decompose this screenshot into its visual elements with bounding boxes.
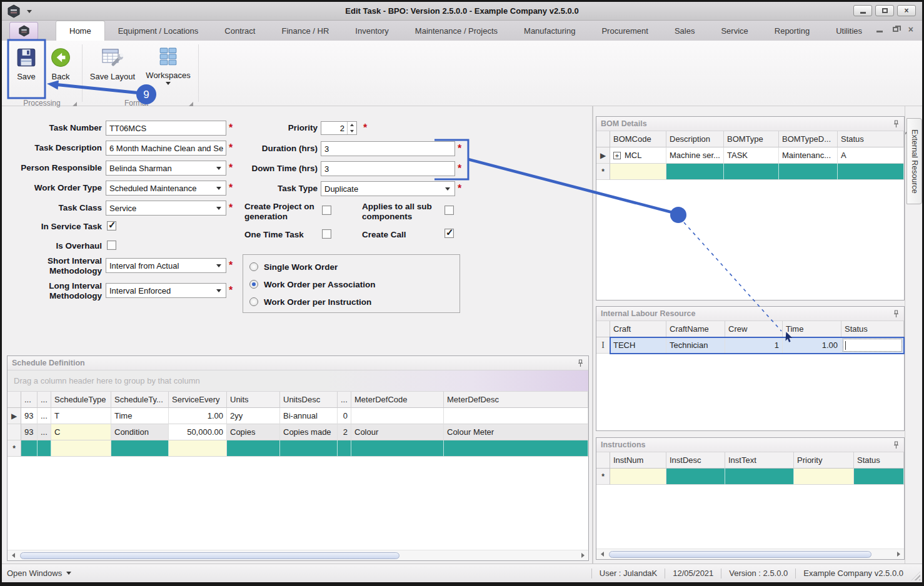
column-header-meterdefdesc[interactable]: MeterDefDesc (444, 392, 588, 408)
cell-bomtype[interactable]: TASK (724, 147, 779, 164)
schedule-new-row[interactable]: * (8, 440, 588, 457)
scroll-right-icon[interactable] (893, 552, 904, 557)
cell-c[interactable]: 0 (338, 408, 351, 424)
task-type-combo[interactable]: Duplicate (321, 181, 455, 196)
task-description-input[interactable]: 6 Month Machine Clean and Se (106, 141, 226, 156)
work-order-per-association-option[interactable]: Work Order per Association (243, 276, 459, 293)
column-header-status[interactable]: Status (854, 452, 904, 469)
ribbon-close-icon[interactable]: × (908, 26, 913, 32)
column-header-priority[interactable]: Priority (794, 452, 854, 469)
radio-icon[interactable] (249, 297, 258, 306)
scroll-thumb[interactable] (609, 551, 871, 558)
spin-up-icon[interactable] (348, 122, 356, 128)
open-windows-button[interactable]: Open Windows (7, 569, 71, 578)
column-header-scheduletydesc[interactable]: ScheduleTy... (111, 392, 169, 408)
new-cell[interactable] (227, 440, 280, 457)
group-by-bar[interactable]: Drag a column header here to group by th… (8, 370, 588, 392)
new-cell[interactable] (111, 440, 169, 457)
cell-unitsdesc[interactable]: Bi-annual (280, 408, 338, 424)
new-cell[interactable] (794, 469, 854, 485)
cell-time[interactable]: 1.00 (783, 337, 841, 354)
tab-home[interactable]: Home (56, 21, 105, 41)
close-button[interactable]: × (897, 5, 916, 16)
cell-b[interactable]: ... (38, 408, 51, 424)
cell-scheduletype[interactable]: T (51, 408, 111, 424)
tab-contract[interactable]: Contract (211, 21, 268, 41)
new-cell[interactable] (21, 440, 38, 457)
new-cell[interactable] (610, 164, 666, 180)
column-header-units[interactable]: Units (227, 392, 280, 408)
new-cell[interactable] (338, 440, 351, 457)
radio-icon[interactable] (249, 262, 258, 271)
create-call-checkbox[interactable] (444, 229, 454, 238)
radio-selected-icon[interactable] (249, 280, 258, 289)
cell-meterdefdesc[interactable] (444, 408, 588, 424)
cell-units[interactable]: 2yy (227, 408, 280, 424)
tab-procurement[interactable]: Procurement (588, 21, 661, 41)
task-class-combo[interactable]: Service (106, 201, 226, 216)
dialog-launcher-icon[interactable] (189, 102, 193, 106)
cell-craft[interactable]: TECH (610, 337, 666, 354)
is-overhaul-checkbox[interactable] (107, 241, 116, 250)
cell-status[interactable]: A (838, 147, 904, 164)
cell-a[interactable]: 93 (21, 424, 38, 440)
work-order-per-instruction-option[interactable]: Work Order per Instruction (243, 293, 459, 310)
column-header-status[interactable]: Status (841, 321, 904, 337)
new-cell[interactable] (854, 469, 904, 485)
minimize-button[interactable] (853, 5, 872, 16)
new-cell[interactable] (444, 440, 588, 457)
down-time-input[interactable]: 3 (321, 161, 455, 176)
cell-b[interactable]: ... (38, 424, 51, 440)
status-edit-box[interactable] (843, 339, 902, 352)
cell-description[interactable]: Machine ser... (666, 147, 724, 164)
dock-splitter[interactable] (592, 106, 593, 567)
column-header-c[interactable]: ... (338, 392, 351, 408)
save-button[interactable]: Save (9, 44, 43, 97)
tab-service[interactable]: Service (708, 21, 761, 41)
cell-bomcode[interactable]: + MCL (610, 147, 666, 164)
back-button[interactable]: Back (46, 44, 76, 97)
cell-units[interactable]: Copies (227, 424, 280, 440)
column-header-description[interactable]: Description (666, 131, 724, 147)
scroll-right-icon[interactable] (577, 553, 588, 558)
cell-scheduletype[interactable]: C (51, 424, 111, 440)
column-header-craft[interactable]: Craft (610, 321, 666, 337)
scroll-thumb[interactable] (20, 552, 399, 559)
cell-unitsdesc[interactable]: Copies made (280, 424, 338, 440)
in-service-task-checkbox[interactable] (107, 221, 116, 231)
cell-serviceevery[interactable]: 50,000.00 (169, 424, 227, 440)
instructions-new-row[interactable]: * (596, 469, 904, 485)
pin-icon[interactable] (893, 310, 900, 318)
new-cell[interactable] (666, 164, 724, 180)
scroll-left-icon[interactable] (8, 553, 19, 558)
one-time-task-checkbox[interactable] (322, 229, 331, 239)
spin-down-icon[interactable] (348, 128, 356, 134)
single-work-order-option[interactable]: Single Work Order (243, 258, 459, 276)
new-cell[interactable] (610, 469, 666, 485)
cell-crew[interactable]: 1 (725, 337, 783, 354)
schedule-row-1[interactable]: ▶ 93 ... T Time 1.00 2yy Bi-annual 0 (8, 408, 588, 424)
save-layout-button[interactable]: Save Layout (88, 44, 137, 97)
priority-spinner[interactable]: 2 (321, 121, 357, 135)
column-header-craftname[interactable]: CraftName (666, 321, 725, 337)
bom-new-row[interactable]: * (596, 164, 904, 180)
column-header-bomtype[interactable]: BOMType (724, 131, 779, 147)
column-header-bomcode[interactable]: BOMCode (610, 131, 666, 147)
tab-sales[interactable]: Sales (661, 21, 708, 41)
new-cell[interactable] (169, 440, 227, 457)
pin-icon[interactable] (893, 441, 900, 449)
tab-manufacturing[interactable]: Manufacturing (511, 21, 588, 41)
dialog-launcher-icon[interactable] (73, 102, 77, 106)
scroll-track[interactable] (608, 549, 893, 559)
work-order-type-combo[interactable]: Scheduled Maintenance (106, 181, 226, 196)
column-header-meterdefcode[interactable]: MeterDefCode (351, 392, 444, 408)
tab-inventory[interactable]: Inventory (342, 21, 401, 41)
cell-a[interactable]: 93 (21, 408, 38, 424)
app-menu-button[interactable] (9, 22, 38, 40)
expand-icon[interactable]: + (613, 152, 621, 159)
schedule-hscrollbar[interactable] (8, 550, 588, 560)
cell-bomtyped[interactable]: Maintenanc... (779, 147, 838, 164)
cell-meterdefdesc[interactable]: Colour Meter (444, 424, 588, 440)
new-cell[interactable] (838, 164, 904, 180)
column-header-a[interactable]: ... (21, 392, 38, 408)
